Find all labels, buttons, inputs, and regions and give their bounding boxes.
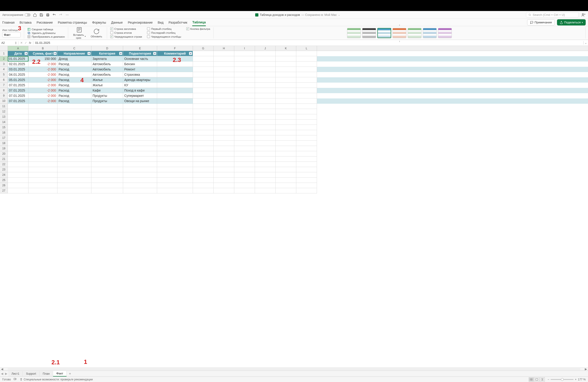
cell[interactable] — [91, 135, 123, 141]
cell[interactable] — [214, 125, 234, 130]
cell[interactable] — [8, 162, 28, 167]
share-button[interactable]: Поделиться▾ — [557, 19, 586, 25]
row-header[interactable]: 26 — [0, 183, 8, 188]
table-style-swatch[interactable] — [393, 28, 406, 38]
cell[interactable] — [276, 172, 296, 178]
filter-icon[interactable]: ▾ — [24, 52, 28, 55]
cell[interactable] — [193, 114, 214, 119]
cell[interactable] — [8, 172, 28, 178]
cell[interactable] — [234, 146, 255, 151]
cell[interactable] — [157, 56, 193, 61]
cell[interactable] — [276, 135, 296, 141]
cell[interactable] — [28, 178, 57, 183]
row-header[interactable]: 22 — [0, 162, 8, 167]
cell[interactable]: Расход — [57, 88, 91, 93]
cell[interactable] — [8, 104, 28, 109]
row-header[interactable]: 6 — [0, 77, 8, 83]
cell[interactable] — [193, 167, 214, 172]
cell[interactable] — [157, 114, 193, 119]
cell[interactable] — [234, 151, 255, 156]
cell[interactable]: Жилье — [91, 77, 123, 83]
table-name-input[interactable] — [2, 32, 21, 38]
convert-to-range-button[interactable]: Преобразовать в диапазон — [27, 35, 65, 38]
cell[interactable] — [214, 114, 234, 119]
cell[interactable] — [91, 119, 123, 125]
cell[interactable] — [234, 167, 255, 172]
cell[interactable] — [214, 77, 234, 83]
cell[interactable]: 05.01.2025 — [8, 77, 28, 83]
cell[interactable] — [193, 67, 214, 72]
cell[interactable]: Продукты — [91, 93, 123, 98]
header-cell[interactable]: Сумма, факт▾ — [28, 51, 57, 56]
ribbon-tab-данные[interactable]: Данные — [111, 19, 123, 26]
cell[interactable] — [234, 93, 255, 98]
cell[interactable] — [57, 109, 91, 114]
sheet-tab[interactable]: План — [40, 371, 53, 376]
cell[interactable] — [91, 104, 123, 109]
cell[interactable] — [123, 156, 157, 162]
row-header[interactable]: 16 — [0, 130, 8, 135]
cell[interactable] — [214, 141, 234, 146]
row-header[interactable]: 7 — [0, 83, 8, 88]
cell[interactable] — [255, 178, 276, 183]
cell[interactable] — [57, 146, 91, 151]
cell[interactable] — [276, 130, 296, 135]
column-header[interactable]: A — [8, 46, 28, 51]
cell[interactable]: Бензин — [123, 61, 157, 67]
refresh-button[interactable]: Обновить — [89, 28, 104, 38]
cell[interactable]: Автомобиль — [91, 67, 123, 72]
accessibility-status[interactable]: Специальные возможности: проверьте реком… — [20, 378, 93, 381]
toggle-icon[interactable] — [24, 13, 31, 17]
cell[interactable] — [123, 188, 157, 193]
cell[interactable] — [28, 141, 57, 146]
cell[interactable] — [276, 77, 296, 83]
cell[interactable] — [28, 188, 57, 193]
cell[interactable] — [276, 98, 296, 104]
cell[interactable] — [296, 114, 317, 119]
cell[interactable] — [123, 151, 157, 156]
cell[interactable] — [157, 61, 193, 67]
cell[interactable] — [91, 141, 123, 146]
column-header[interactable]: K — [276, 46, 296, 51]
pivot-table-button[interactable]: Сводная таблица — [27, 28, 65, 31]
cell[interactable] — [255, 56, 276, 61]
cell[interactable] — [91, 125, 123, 130]
cell[interactable] — [255, 183, 276, 188]
cell[interactable]: -2 000 — [28, 98, 57, 104]
cell[interactable] — [157, 119, 193, 125]
cell[interactable] — [57, 172, 91, 178]
cell[interactable] — [255, 151, 276, 156]
redo-icon[interactable] — [59, 13, 63, 17]
cell[interactable] — [276, 125, 296, 130]
cell[interactable] — [296, 98, 317, 104]
cell[interactable] — [214, 172, 234, 178]
cell[interactable] — [255, 162, 276, 167]
cell[interactable]: 04.01.2025 — [8, 72, 28, 77]
cell[interactable] — [193, 188, 214, 193]
cell[interactable] — [28, 114, 57, 119]
row-header[interactable]: 19 — [0, 146, 8, 151]
normal-view-button[interactable] — [529, 377, 534, 382]
header-cell[interactable]: Категория▾ — [91, 51, 123, 56]
cell[interactable] — [193, 125, 214, 130]
cell[interactable]: Расход — [57, 67, 91, 72]
stepper-icon[interactable]: ▲▼ — [15, 41, 17, 44]
cell[interactable] — [276, 119, 296, 125]
cell[interactable]: -2 000 — [28, 72, 57, 77]
cell[interactable] — [255, 98, 276, 104]
cell[interactable] — [157, 130, 193, 135]
cell[interactable] — [234, 98, 255, 104]
cell[interactable] — [28, 162, 57, 167]
print-icon[interactable] — [46, 13, 50, 17]
row-header[interactable]: 13 — [0, 114, 8, 119]
cell[interactable] — [193, 141, 214, 146]
cell[interactable]: Расход — [57, 61, 91, 67]
cell[interactable] — [234, 67, 255, 72]
cell[interactable] — [157, 135, 193, 141]
cell[interactable] — [296, 146, 317, 151]
cell[interactable] — [234, 125, 255, 130]
cell[interactable] — [28, 146, 57, 151]
add-sheet-button[interactable]: + — [67, 372, 73, 376]
cell[interactable] — [234, 156, 255, 162]
cell[interactable] — [234, 162, 255, 167]
